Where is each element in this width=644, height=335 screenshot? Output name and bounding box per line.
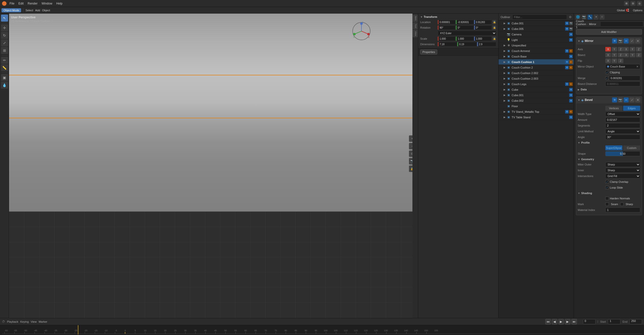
list-item-couch-legs[interactable]: ▶ ▣ Couch Legs 👁 ✦ — [499, 81, 574, 87]
header-icon-2[interactable]: ⊟ — [630, 1, 635, 6]
mirror-merge-checkbox[interactable] — [605, 76, 609, 80]
bevel-vertices-btn[interactable]: Vertices — [605, 106, 622, 111]
end-frame-field[interactable]: 250 — [629, 319, 642, 324]
scale-x-field[interactable]: 1.000 — [438, 36, 455, 41]
outliner-filter-icon[interactable]: ⚙ — [569, 15, 572, 19]
global-label[interactable]: Global — [617, 9, 625, 12]
badge-vis[interactable]: 👁 — [565, 60, 569, 64]
mirror-axis-y2[interactable]: Y — [630, 47, 635, 51]
menu-edit[interactable]: Edit — [18, 2, 24, 5]
badge-vis[interactable]: 👁 — [569, 93, 573, 97]
header-icon-3[interactable]: ◎ — [637, 1, 642, 6]
badge-sel[interactable]: ✦ — [569, 49, 573, 53]
intersections-select[interactable]: Grid Fill — [605, 174, 640, 179]
list-item-couch-base[interactable]: ▶ ▣ Couch Base 👁 — [499, 54, 574, 59]
location-z-field[interactable]: 0.91283 — [474, 20, 492, 24]
menu-help[interactable]: Help — [56, 2, 63, 5]
list-item-cube001[interactable]: ▶ ▣ Cube.001 👁 📷 — [499, 21, 574, 26]
bevel-segments-field[interactable]: 2 — [605, 123, 640, 128]
bevel-width-type-select[interactable]: Offset — [605, 111, 640, 117]
location-x-field[interactable]: 0.000001 — [438, 20, 455, 24]
list-item-floor[interactable]: ▣ Floor — [499, 103, 574, 109]
list-item-cube-001[interactable]: ▶ ▣ Cube.001 👁 — [499, 92, 574, 98]
mirror-bisect-y[interactable]: Y — [612, 53, 617, 57]
bevel-amount-field[interactable]: 0.02167 — [605, 117, 640, 122]
header-select[interactable]: Select — [25, 9, 33, 12]
bevel-expand-arrow[interactable]: ▼ — [578, 99, 580, 101]
mirror-bisect-z[interactable]: Z — [618, 53, 623, 57]
bevel-profile-header[interactable]: ▼ Profile — [578, 141, 640, 145]
tool-measure[interactable]: 📏 — [1, 64, 8, 71]
location-y-field[interactable]: -0.926931 — [456, 20, 473, 24]
prop-tab-physics[interactable]: ⚛ — [600, 15, 605, 20]
list-item-couch-cushion-2-002[interactable]: ▶ ▣ Couch Cushion 2.002 — [499, 70, 574, 76]
list-item-couch-cushion-1[interactable]: ▶ ▣ Couch Cushion 1 👁 ✦ — [499, 59, 574, 65]
badge-sel[interactable]: ✦ — [569, 82, 573, 86]
playback-label[interactable]: Playback — [7, 320, 18, 323]
list-item-tv-table[interactable]: ▶ ▣ TV Table Stand 👁 — [499, 115, 574, 120]
rotation-y-field[interactable]: 0° — [456, 25, 473, 30]
dim-y-field[interactable]: 0.19 — [457, 42, 476, 46]
prop-tab-scene[interactable]: 🌐 — [575, 15, 580, 20]
mirror-clipping-checkbox[interactable] — [605, 71, 609, 74]
menu-render[interactable]: Render — [28, 2, 37, 5]
list-item-cube[interactable]: ▶ ▣ Cube 👁 — [499, 87, 574, 92]
dim-z-field[interactable]: 2.9 — [477, 42, 496, 46]
list-item-cube005[interactable]: ▶ ▣ Cube.005 👁 📷 — [499, 26, 574, 32]
badge-sel[interactable]: ✦ — [569, 110, 573, 114]
badge-sel[interactable]: ✦ — [569, 60, 573, 64]
tool-move[interactable]: ✛ — [1, 24, 8, 31]
material-index-field[interactable]: 1 — [605, 207, 640, 212]
prev-frame-btn[interactable]: ◀ — [552, 319, 557, 324]
scale-y-field[interactable]: 1.000 — [456, 36, 473, 41]
loop-slide-checkbox[interactable] — [605, 186, 609, 189]
miter-inner-select[interactable]: Sharp — [605, 168, 640, 173]
euler-select[interactable]: XYZ Euler — [438, 31, 496, 36]
list-item-couch-cushion-2-003[interactable]: ▶ ▣ Couch Cushion 2.003 — [499, 76, 574, 81]
mirror-object-field[interactable]: Couch Base ✕ — [605, 64, 640, 69]
badge-vis[interactable]: 👁 — [565, 22, 569, 25]
mirror-bisect-x[interactable]: X — [605, 53, 611, 57]
bevel-shading-header[interactable]: ▼ Shading — [578, 191, 640, 195]
mirror-data-header[interactable]: ▶ Data — [578, 87, 640, 91]
mirror-axis-z[interactable]: Z — [618, 47, 623, 51]
properties-btn[interactable]: Properties — [420, 49, 437, 54]
bevel-edges-btn[interactable]: Edges — [623, 106, 640, 111]
mirror-axis-z2[interactable]: Z — [636, 47, 641, 51]
badge-vis[interactable]: 👁 — [569, 116, 573, 119]
list-item-couch-armrest[interactable]: ▶ ▣ Couch Armrest 👁 ✦ — [499, 48, 574, 54]
mirror-expand-arrow[interactable]: ▼ — [578, 40, 580, 42]
modifier-search[interactable] — [600, 22, 643, 27]
list-item-unspecified[interactable]: ▶ ⊕ Unspecified — [499, 43, 574, 48]
side-tab-tool[interactable]: Tool — [413, 23, 418, 29]
bevel-geometry-header[interactable]: ▼ Geometry — [578, 157, 640, 161]
mirror-bisect-z2[interactable]: Z — [636, 53, 641, 57]
dim-x-field[interactable]: 7.18 — [438, 42, 457, 46]
mirror-enable-btn[interactable]: ✓ — [629, 38, 634, 43]
mirror-bisect-dist-value[interactable]: 0.000011 — [605, 81, 640, 86]
menu-window[interactable]: Window — [41, 2, 52, 5]
list-item-couch-cushion-2[interactable]: ▶ ▣ Couch Cushion 2 👁 ✦ — [499, 65, 574, 70]
tool-eyedropper[interactable]: 💧 — [1, 82, 8, 89]
badge-vis[interactable]: 👁 — [565, 110, 569, 114]
bevel-realtime-btn[interactable]: 👁 — [612, 97, 617, 102]
rotation-x-field[interactable]: 90° — [438, 25, 455, 30]
mirror-realtime-btn[interactable]: 👁 — [612, 38, 617, 43]
tool-add-cube[interactable]: ▣ — [1, 74, 8, 81]
superellipse-btn[interactable]: SuperEllipse — [605, 145, 622, 150]
mode-selector[interactable]: Object Mode — [2, 8, 21, 12]
mirror-delete-btn[interactable]: ✕ — [635, 38, 640, 43]
mirror-object-clear[interactable]: ✕ — [636, 65, 638, 68]
bevel-enable-btn[interactable]: ✓ — [629, 97, 634, 102]
list-item-cube-002[interactable]: ▶ ▣ Cube.002 👁 — [499, 98, 574, 103]
tool-cursor[interactable]: ↖ — [1, 15, 8, 22]
prop-tab-render[interactable]: 📷 — [581, 15, 586, 20]
custom-btn[interactable]: Custom — [623, 145, 640, 150]
transform-header[interactable]: ▼ Transform — [420, 15, 496, 19]
tool-transform[interactable]: ⊞ — [1, 47, 8, 54]
clamp-overlap-checkbox[interactable] — [605, 180, 609, 184]
badge-render[interactable]: 📷 — [569, 27, 573, 31]
menu-file[interactable]: File — [10, 2, 14, 5]
badge-vis[interactable]: 👁 — [569, 33, 573, 36]
viewport[interactable]: User Perspective (0) References | Couch … — [9, 14, 418, 318]
